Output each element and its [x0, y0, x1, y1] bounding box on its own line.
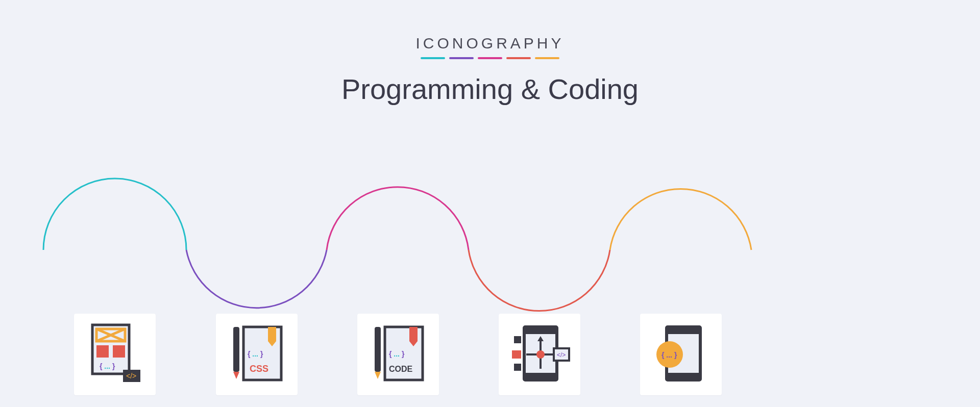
svg-marker-16 [375, 372, 381, 379]
svg-text:{ ... }: { ... } [248, 350, 263, 358]
brand-underline [0, 57, 980, 59]
svg-rect-31 [512, 350, 521, 359]
header: ICONOGRAPHY Programming & Coding [0, 0, 980, 106]
app-development-icon: </> [499, 314, 580, 395]
code-document-icon: { ... } CODE [357, 314, 439, 395]
wireframe-code-icon: { ... } </> [74, 314, 156, 395]
mobile-code-icon: { ... } [640, 314, 722, 395]
css-document-icon: { ... } CSS [216, 314, 298, 395]
svg-rect-15 [375, 327, 381, 372]
svg-rect-22 [524, 327, 557, 334]
page-title: Programming & Coding [0, 72, 980, 106]
svg-rect-4 [96, 345, 109, 358]
svg-text:{ ... }: { ... } [662, 351, 677, 359]
svg-text:{ ... }: { ... } [100, 362, 115, 370]
brand-text: ICONOGRAPHY [0, 35, 980, 52]
svg-rect-23 [524, 373, 557, 380]
svg-rect-36 [667, 327, 700, 334]
icon-caption: CSS [250, 364, 268, 374]
svg-text:</>: </> [557, 351, 566, 359]
svg-rect-9 [233, 327, 239, 372]
underline-seg [449, 57, 474, 59]
svg-text:</>: </> [126, 372, 136, 380]
icon-caption: CODE [389, 365, 413, 373]
svg-rect-12 [268, 327, 276, 341]
svg-rect-18 [409, 327, 418, 341]
underline-seg [478, 57, 502, 59]
svg-point-29 [536, 350, 545, 359]
underline-seg [421, 57, 445, 59]
svg-marker-10 [233, 372, 239, 379]
svg-rect-37 [667, 373, 700, 380]
svg-text:{ ... }: { ... } [389, 350, 405, 358]
svg-rect-30 [514, 336, 521, 343]
underline-seg [506, 57, 531, 59]
svg-rect-32 [514, 364, 521, 371]
svg-rect-5 [113, 345, 125, 358]
underline-seg [535, 57, 559, 59]
